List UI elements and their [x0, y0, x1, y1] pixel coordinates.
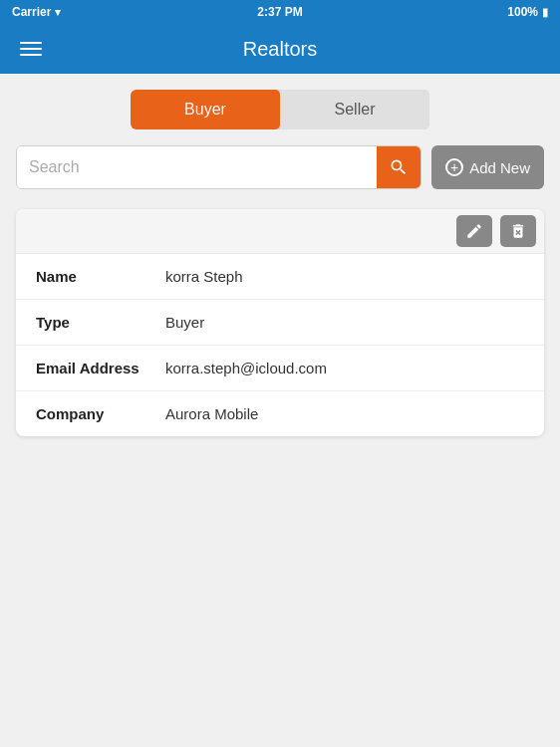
hamburger-line-3 — [20, 54, 42, 56]
hamburger-line-1 — [20, 42, 42, 44]
search-row: + Add New — [16, 145, 544, 189]
segment-seller[interactable]: Seller — [280, 90, 429, 129]
add-new-button[interactable]: + Add New — [431, 145, 544, 189]
search-button[interactable] — [377, 145, 420, 189]
field-label-company: Company — [36, 405, 165, 422]
field-value-name: korra Steph — [165, 268, 243, 285]
segment-buyer[interactable]: Buyer — [131, 90, 280, 129]
table-row: Email Address korra.steph@icloud.com — [16, 346, 544, 391]
hamburger-line-2 — [20, 48, 42, 50]
edit-icon — [465, 222, 483, 240]
content-area: Buyer Seller + Add New — [0, 74, 560, 747]
status-bar: Carrier ▾ 2:37 PM 100% ▮ — [0, 0, 560, 24]
field-label-email: Email Address — [36, 360, 165, 376]
field-label-type: Type — [36, 314, 165, 331]
delete-button[interactable] — [500, 215, 536, 247]
page-title: Realtors — [243, 38, 317, 61]
realtor-card: Name korra Steph Type Buyer Email Addres… — [16, 209, 544, 436]
search-icon — [389, 157, 409, 177]
table-row: Company Aurora Mobile — [16, 391, 544, 436]
carrier-label: Carrier — [12, 5, 51, 19]
add-new-circle-icon: + — [445, 158, 463, 176]
add-new-label: Add New — [469, 159, 530, 176]
field-label-name: Name — [36, 268, 165, 285]
status-bar-left: Carrier ▾ — [12, 5, 61, 19]
card-actions — [16, 209, 544, 254]
field-value-email: korra.steph@icloud.com — [165, 360, 327, 376]
status-bar-time: 2:37 PM — [257, 5, 302, 19]
search-container — [16, 145, 421, 189]
field-value-company: Aurora Mobile — [165, 405, 258, 422]
battery-label: 100% — [507, 5, 538, 19]
menu-button[interactable] — [16, 38, 46, 60]
trash-icon — [509, 222, 527, 240]
field-value-type: Buyer — [165, 314, 204, 331]
nav-bar: Realtors — [0, 24, 560, 74]
segment-control: Buyer Seller — [131, 90, 429, 129]
edit-button[interactable] — [456, 215, 492, 247]
card-body: Name korra Steph Type Buyer Email Addres… — [16, 254, 544, 436]
table-row: Name korra Steph — [16, 254, 544, 300]
table-row: Type Buyer — [16, 300, 544, 346]
wifi-icon: ▾ — [55, 6, 61, 19]
search-input[interactable] — [17, 146, 377, 188]
battery-icon: ▮ — [542, 6, 548, 19]
status-bar-right: 100% ▮ — [507, 5, 548, 19]
